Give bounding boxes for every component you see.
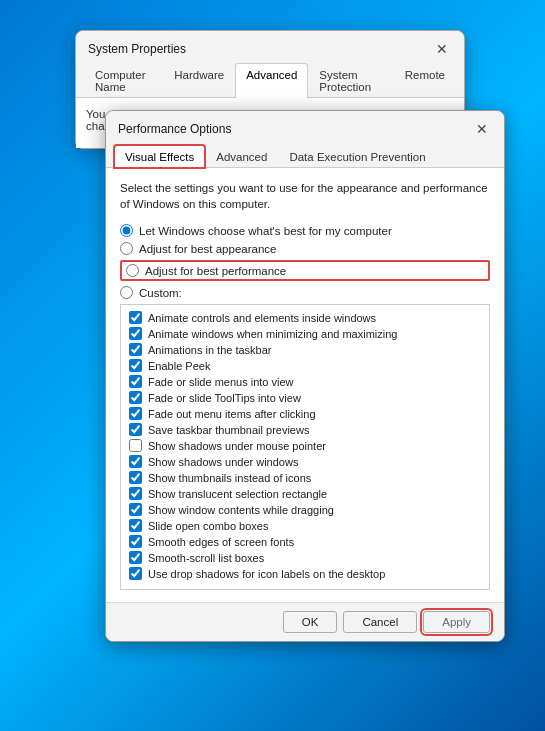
checkbox-input-9[interactable] — [129, 455, 142, 468]
cancel-button[interactable]: Cancel — [343, 611, 417, 633]
performance-options-close-button[interactable]: ✕ — [472, 119, 492, 139]
radio-let-windows-choose-label: Let Windows choose what's best for my co… — [139, 225, 392, 237]
checkbox-item: Enable Peek — [129, 359, 481, 372]
checkbox-input-13[interactable] — [129, 519, 142, 532]
system-properties-tabs: Computer Name Hardware Advanced System P… — [76, 63, 464, 98]
checkbox-label-7: Save taskbar thumbnail previews — [148, 424, 309, 436]
checkbox-label-4: Fade or slide menus into view — [148, 376, 294, 388]
checkbox-input-0[interactable] — [129, 311, 142, 324]
checkbox-input-11[interactable] — [129, 487, 142, 500]
radio-custom-input[interactable] — [120, 286, 133, 299]
checkbox-item: Animate windows when minimizing and maxi… — [129, 327, 481, 340]
checkbox-input-8[interactable] — [129, 439, 142, 452]
checkbox-label-3: Enable Peek — [148, 360, 210, 372]
checkbox-input-5[interactable] — [129, 391, 142, 404]
checkbox-label-5: Fade or slide ToolTips into view — [148, 392, 301, 404]
radio-best-appearance-input[interactable] — [120, 242, 133, 255]
tab-remote[interactable]: Remote — [394, 63, 456, 98]
checkbox-input-2[interactable] — [129, 343, 142, 356]
checkbox-input-14[interactable] — [129, 535, 142, 548]
apply-button[interactable]: Apply — [423, 611, 490, 633]
tab-system-protection[interactable]: System Protection — [308, 63, 393, 98]
checkbox-label-12: Show window contents while dragging — [148, 504, 334, 516]
radio-let-windows-choose-input[interactable] — [120, 224, 133, 237]
checkbox-input-7[interactable] — [129, 423, 142, 436]
checkbox-item: Slide open combo boxes — [129, 519, 481, 532]
ok-button[interactable]: OK — [283, 611, 338, 633]
checkbox-item: Show shadows under mouse pointer — [129, 439, 481, 452]
tab-computer-name[interactable]: Computer Name — [84, 63, 163, 98]
checkbox-input-12[interactable] — [129, 503, 142, 516]
radio-best-appearance: Adjust for best appearance — [120, 242, 490, 255]
checkbox-label-16: Use drop shadows for icon labels on the … — [148, 568, 385, 580]
system-properties-close-button[interactable]: ✕ — [432, 39, 452, 59]
performance-options-window: Performance Options ✕ Visual Effects Adv… — [105, 110, 505, 642]
radio-best-appearance-label: Adjust for best appearance — [139, 243, 276, 255]
checkbox-label-6: Fade out menu items after clicking — [148, 408, 316, 420]
checkbox-input-6[interactable] — [129, 407, 142, 420]
tab-visual-effects[interactable]: Visual Effects — [114, 145, 205, 168]
checkbox-label-2: Animations in the taskbar — [148, 344, 272, 356]
checkbox-item: Show window contents while dragging — [129, 503, 481, 516]
tab-data-execution-prevention[interactable]: Data Execution Prevention — [278, 145, 436, 168]
radio-custom: Custom: — [120, 286, 490, 299]
checkbox-label-9: Show shadows under windows — [148, 456, 298, 468]
checkbox-item: Fade or slide ToolTips into view — [129, 391, 481, 404]
radio-let-windows-choose: Let Windows choose what's best for my co… — [120, 224, 490, 237]
checkbox-input-10[interactable] — [129, 471, 142, 484]
checkbox-input-1[interactable] — [129, 327, 142, 340]
checkbox-item: Fade out menu items after clicking — [129, 407, 481, 420]
checkbox-item: Animate controls and elements inside win… — [129, 311, 481, 324]
checkbox-label-15: Smooth-scroll list boxes — [148, 552, 264, 564]
checkbox-label-0: Animate controls and elements inside win… — [148, 312, 376, 324]
performance-options-content: Select the settings you want to use for … — [106, 168, 504, 602]
performance-options-titlebar: Performance Options ✕ — [106, 111, 504, 145]
checkbox-input-16[interactable] — [129, 567, 142, 580]
radio-best-performance-input[interactable] — [126, 264, 139, 277]
checkbox-item: Show shadows under windows — [129, 455, 481, 468]
checkbox-item: Show thumbnails instead of icons — [129, 471, 481, 484]
checkbox-label-8: Show shadows under mouse pointer — [148, 440, 326, 452]
checkbox-item: Use drop shadows for icon labels on the … — [129, 567, 481, 580]
checkbox-label-13: Slide open combo boxes — [148, 520, 268, 532]
performance-options-footer: OK Cancel Apply — [106, 602, 504, 641]
checkbox-item: Smooth-scroll list boxes — [129, 551, 481, 564]
visual-effects-checkbox-list: Animate controls and elements inside win… — [120, 304, 490, 590]
checkbox-input-3[interactable] — [129, 359, 142, 372]
checkbox-input-15[interactable] — [129, 551, 142, 564]
visual-effects-radio-group: Let Windows choose what's best for my co… — [120, 224, 490, 299]
checkbox-item: Show translucent selection rectangle — [129, 487, 481, 500]
system-properties-title: System Properties — [88, 42, 186, 56]
performance-options-title: Performance Options — [118, 122, 231, 136]
tab-advanced-perf[interactable]: Advanced — [205, 145, 278, 168]
checkbox-label-14: Smooth edges of screen fonts — [148, 536, 294, 548]
checkbox-item: Animations in the taskbar — [129, 343, 481, 356]
checkbox-label-10: Show thumbnails instead of icons — [148, 472, 311, 484]
radio-best-performance: Adjust for best performance — [120, 260, 490, 281]
checkbox-item: Smooth edges of screen fonts — [129, 535, 481, 548]
performance-options-description: Select the settings you want to use for … — [120, 180, 490, 212]
system-properties-titlebar: System Properties ✕ — [76, 31, 464, 63]
performance-options-tabs: Visual Effects Advanced Data Execution P… — [106, 145, 504, 168]
checkbox-label-11: Show translucent selection rectangle — [148, 488, 327, 500]
checkbox-label-1: Animate windows when minimizing and maxi… — [148, 328, 397, 340]
checkbox-item: Save taskbar thumbnail previews — [129, 423, 481, 436]
radio-custom-label: Custom: — [139, 287, 182, 299]
checkbox-input-4[interactable] — [129, 375, 142, 388]
tab-advanced[interactable]: Advanced — [235, 63, 308, 98]
tab-hardware[interactable]: Hardware — [163, 63, 235, 98]
radio-best-performance-label: Adjust for best performance — [145, 265, 286, 277]
checkbox-item: Fade or slide menus into view — [129, 375, 481, 388]
